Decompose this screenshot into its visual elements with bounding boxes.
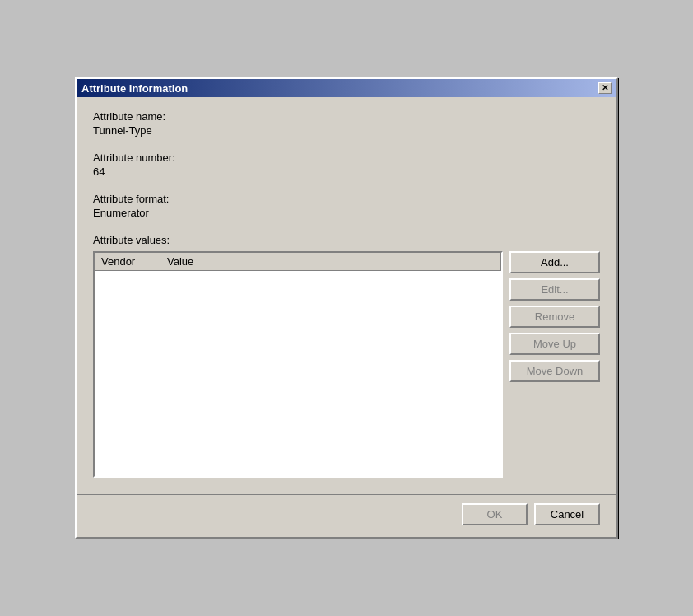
dialog-content: Attribute name: Tunnel-Type Attribute nu… bbox=[77, 97, 616, 488]
remove-button[interactable]: Remove bbox=[509, 306, 600, 328]
dialog-footer: OK Cancel bbox=[77, 494, 616, 537]
attribute-values-table[interactable]: Vendor Value bbox=[93, 251, 503, 478]
move-down-button[interactable]: Move Down bbox=[509, 360, 600, 382]
attribute-name-value: Tunnel-Type bbox=[93, 124, 600, 137]
buttons-panel: Add... Edit... Remove Move Up Move Down bbox=[509, 251, 600, 478]
attribute-values-label: Attribute values: bbox=[93, 234, 600, 246]
table-and-buttons: Vendor Value Add... Edit... Remove Move … bbox=[93, 251, 600, 478]
vendor-column-header: Vendor bbox=[95, 253, 160, 270]
attribute-name-label: Attribute name: bbox=[93, 110, 600, 123]
value-column-header: Value bbox=[160, 253, 501, 270]
attribute-format-label: Attribute format: bbox=[93, 193, 600, 205]
table-body[interactable] bbox=[95, 271, 501, 476]
move-up-button[interactable]: Move Up bbox=[509, 333, 600, 355]
attribute-number-group: Attribute number: 64 bbox=[93, 152, 600, 178]
cancel-button[interactable]: Cancel bbox=[534, 503, 600, 525]
attribute-format-value: Enumerator bbox=[93, 207, 600, 219]
add-button[interactable]: Add... bbox=[509, 251, 600, 273]
close-button[interactable]: ✕ bbox=[598, 82, 612, 94]
attribute-name-group: Attribute name: Tunnel-Type bbox=[93, 110, 600, 137]
attribute-values-section: Attribute values: Vendor Value Add... Ed… bbox=[93, 234, 600, 478]
dialog-title: Attribute Information bbox=[81, 82, 188, 95]
attribute-format-group: Attribute format: Enumerator bbox=[93, 193, 600, 219]
edit-button[interactable]: Edit... bbox=[509, 278, 600, 301]
table-header: Vendor Value bbox=[95, 253, 501, 271]
title-bar: Attribute Information ✕ bbox=[77, 79, 616, 97]
attribute-number-value: 64 bbox=[93, 166, 600, 178]
ok-button[interactable]: OK bbox=[462, 503, 528, 525]
attribute-information-dialog: Attribute Information ✕ Attribute name: … bbox=[75, 77, 618, 539]
attribute-number-label: Attribute number: bbox=[93, 152, 600, 164]
